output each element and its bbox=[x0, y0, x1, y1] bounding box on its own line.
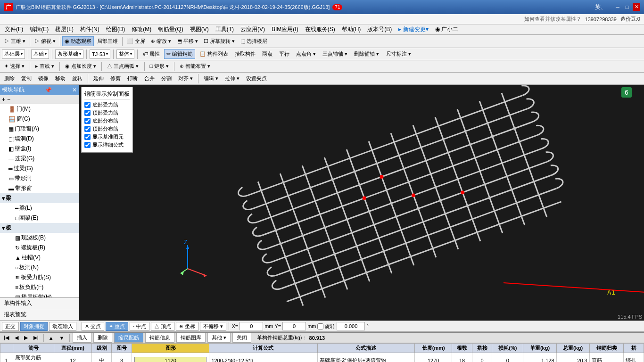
menu-online[interactable]: 在线服务(S) bbox=[302, 25, 338, 34]
sidebar-item-slab-rebar[interactable]: ≋ 板受力筋(S) bbox=[0, 272, 79, 282]
check-show-formula-input[interactable] bbox=[84, 142, 91, 148]
nav-first-button[interactable]: |◀ bbox=[2, 335, 11, 341]
sidebar-group-slab[interactable]: ▾ 板 bbox=[0, 223, 79, 233]
maximize-button[interactable]: □ bbox=[623, 3, 631, 11]
sidebar-tool1[interactable]: + bbox=[2, 96, 5, 103]
midpoint-button[interactable]: ✦ 重点 bbox=[106, 322, 128, 331]
menu-version[interactable]: 版本号(B) bbox=[364, 25, 395, 34]
delete-row-button[interactable]: 删除 bbox=[93, 333, 112, 343]
delete-aux-button[interactable]: 删除辅轴 ▾ bbox=[352, 49, 381, 59]
merge-button[interactable]: 合并 bbox=[142, 74, 157, 83]
table-row[interactable]: 1 底部受力筋1 12 中 3 1120 1200-2*40+12.5*d 基础… bbox=[0, 353, 644, 362]
window-controls[interactable]: 英、 ─ □ ✕ bbox=[595, 3, 640, 11]
sidebar-item-wall-hole[interactable]: ⬚ 墙洞(D) bbox=[0, 134, 79, 144]
check-show-ref[interactable]: 显示基准图元 bbox=[84, 133, 130, 140]
menu-tools[interactable]: 工具(T) bbox=[213, 25, 237, 34]
sidebar-item-cap[interactable]: ▲ 柱帽(V) bbox=[0, 253, 79, 263]
sidebar-item-slab-hole[interactable]: ○ 板洞(N) bbox=[0, 263, 79, 272]
extend-button[interactable]: 延伸 bbox=[91, 74, 106, 83]
menu-draw[interactable]: 绘图(D) bbox=[103, 25, 128, 34]
no-offset-button[interactable]: 不偏移 ▾ bbox=[200, 322, 226, 331]
sidebar-item-niche[interactable]: ◧ 壁龛(I) bbox=[0, 144, 79, 154]
sidebar-item-beam-l[interactable]: ━ 梁(L) bbox=[0, 203, 79, 213]
sidebar-item-door-window[interactable]: ▦ 门联窗(A) bbox=[0, 124, 79, 134]
dim-note-button[interactable]: 尺寸标注 ▾ bbox=[384, 49, 413, 59]
sidebar-item-strip-hole[interactable]: ▭ 带形洞 bbox=[0, 173, 79, 183]
close-table-button[interactable]: 关闭 bbox=[232, 333, 251, 343]
sidebar-item-ring-beam[interactable]: □ 圈梁(E) bbox=[0, 213, 79, 223]
sidebar-tool2[interactable]: − bbox=[7, 96, 10, 103]
check-show-ref-input[interactable] bbox=[84, 134, 91, 140]
check-top-rebar-input[interactable] bbox=[84, 110, 91, 116]
zoom-button[interactable]: ⊕ 缩放 ▾ bbox=[149, 36, 173, 46]
snap-button[interactable]: 对象捕捉 bbox=[20, 322, 48, 331]
element-type-dropdown[interactable]: 基础 ▾ bbox=[31, 49, 49, 59]
sidebar-item-cast-slab[interactable]: ▩ 现浇板(B) bbox=[0, 233, 79, 243]
rotate-button[interactable]: 旋转 bbox=[70, 74, 85, 83]
sidebar-item-lian-liang[interactable]: — 连梁(G) bbox=[0, 154, 79, 164]
sidebar-group-beam[interactable]: ▾ 梁 bbox=[0, 193, 79, 203]
copy-button[interactable]: 复制 bbox=[19, 74, 34, 83]
menu-new-change[interactable]: ▸ 新建变更▾ bbox=[396, 25, 431, 34]
three-point-aux-button[interactable]: 三点辅轴 ▾ bbox=[320, 49, 350, 59]
other-button[interactable]: 其他 ▾ bbox=[207, 333, 231, 343]
line-button[interactable]: ▸ 直线 ▾ bbox=[33, 61, 57, 71]
rotate-checkbox[interactable] bbox=[317, 323, 323, 329]
rect-button[interactable]: □ 矩形 ▾ bbox=[148, 61, 172, 71]
sidebar-item-floor-band[interactable]: ▤ 楼层板带(H) bbox=[0, 292, 79, 297]
dynamic-input-button[interactable]: 动态输入 bbox=[49, 322, 76, 331]
sidebar-pin-icon[interactable]: 📌 bbox=[45, 87, 52, 93]
insert-button[interactable]: 插入 bbox=[73, 333, 91, 343]
delete-button[interactable]: 删除 bbox=[2, 74, 17, 83]
stretch-button[interactable]: 拉伸 ▾ bbox=[223, 74, 242, 83]
select-button[interactable]: ✦ 选择 ▾ bbox=[2, 61, 27, 71]
property-button[interactable]: 🏷 属性 bbox=[140, 49, 162, 59]
point-angle-button[interactable]: 点点角 ▾ bbox=[294, 49, 318, 59]
sidebar-item-door[interactable]: 🚪 门(M) bbox=[0, 104, 79, 114]
rebar-library-button[interactable]: 钢筋图库 bbox=[176, 333, 206, 343]
ortho-button[interactable]: 正交 bbox=[2, 322, 19, 331]
break-button[interactable]: 打断 bbox=[125, 74, 140, 83]
element-list-button[interactable]: 📋 构件列表 bbox=[197, 49, 231, 59]
coord-button[interactable]: ⊕ 坐标 bbox=[176, 322, 198, 331]
menu-help[interactable]: 帮助(H) bbox=[339, 25, 364, 34]
top-view-button[interactable]: ▷ 俯视 ▾ bbox=[32, 36, 58, 46]
menu-floor[interactable]: 楼层(L) bbox=[52, 25, 76, 34]
report-preview-button[interactable]: 报表预览 bbox=[0, 309, 79, 321]
two-point-button[interactable]: 两点 bbox=[260, 49, 275, 59]
nav-last-button[interactable]: ▶| bbox=[32, 335, 41, 341]
sidebar-item-lintel[interactable]: ═ 过梁(G) bbox=[0, 164, 79, 173]
pan-button[interactable]: ⬒ 平移 ▾ bbox=[175, 36, 200, 46]
sub-type-dropdown[interactable]: 条形基础 ▾ bbox=[55, 49, 83, 59]
minimize-button[interactable]: ─ bbox=[614, 3, 621, 11]
layer-dropdown[interactable]: 基础层 ▾ bbox=[2, 49, 25, 59]
scope-dropdown[interactable]: 整体 ▾ bbox=[116, 49, 134, 59]
move-button[interactable]: 移动 bbox=[53, 74, 68, 83]
menu-file[interactable]: 文件(F) bbox=[2, 25, 26, 34]
menu-cloud[interactable]: 云应用(V) bbox=[238, 25, 268, 34]
grip-button[interactable]: 设置夹点 bbox=[244, 74, 269, 83]
sidebar-item-spiral-slab[interactable]: ↻ 螺旋板(B) bbox=[0, 243, 79, 253]
select-floor-button[interactable]: ⬚ 选择楼层 bbox=[238, 36, 270, 46]
table-wrapper[interactable]: 筋号 直径(mm) 级别 图号 图形 计算公式 公式描述 长度(mm) 根数 搭… bbox=[0, 343, 644, 362]
edit2-button[interactable]: 编辑 ▾ bbox=[201, 74, 221, 83]
sidebar-item-strip-window[interactable]: ▬ 带形窗 bbox=[0, 183, 79, 193]
check-top-dist[interactable]: 顶部分布筋 bbox=[84, 125, 130, 132]
fullscreen-button[interactable]: ⬜ 全屏 bbox=[124, 36, 148, 46]
smart-layout-button[interactable]: ⊕ 智能布置 ▾ bbox=[177, 61, 213, 71]
menu-steel-qty[interactable]: 钢筋量(Q) bbox=[155, 25, 186, 34]
screen-rotate-button[interactable]: ☐ 屏幕旋转 ▾ bbox=[201, 36, 237, 46]
trim-button[interactable]: 修剪 bbox=[108, 74, 123, 83]
3d-view-button[interactable]: ▷ 三维 ▾ bbox=[2, 36, 28, 46]
menu-edit[interactable]: 编辑(E) bbox=[27, 25, 51, 34]
local-3d-button[interactable]: 局部三维 bbox=[95, 36, 120, 46]
point-length-button[interactable]: ◉ 点加长度 ▾ bbox=[63, 61, 99, 71]
sidebar-item-neg-rebar[interactable]: ≡ 板负筋(F) bbox=[0, 282, 79, 292]
menu-bim[interactable]: BIM应用(I) bbox=[269, 25, 301, 34]
rebar-info-button[interactable]: 钢筋信息 bbox=[145, 333, 174, 343]
x-input[interactable] bbox=[239, 322, 263, 330]
single-element-input-button[interactable]: 单构件输入 bbox=[0, 298, 79, 309]
menu-element[interactable]: 构件(N) bbox=[77, 25, 102, 34]
intersection-button[interactable]: ✕ 交点 bbox=[82, 322, 104, 331]
vertex-button[interactable]: △ 顶点 bbox=[151, 322, 174, 331]
